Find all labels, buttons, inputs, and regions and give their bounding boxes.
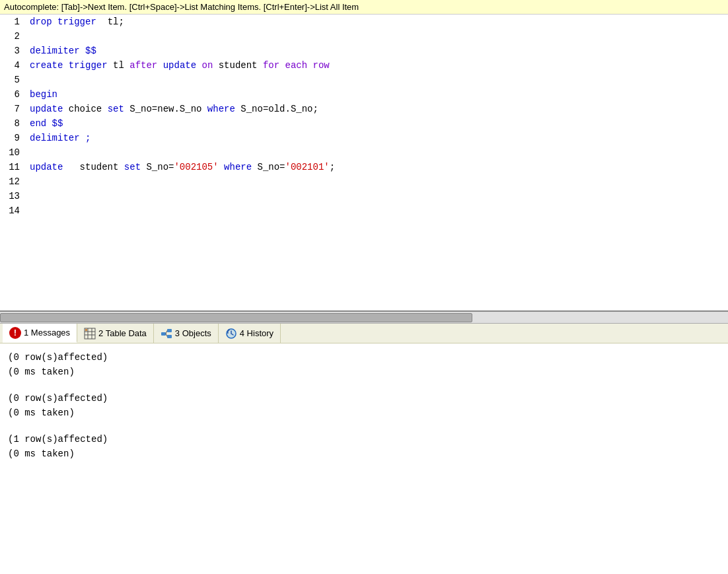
table-row: 9delimiter ;: [0, 131, 728, 145]
tab-table-data-label: 2 Table Data: [98, 328, 147, 338]
tab-table-data[interactable]: 2 Table Data: [77, 324, 154, 343]
message-block-3: (1 row(s)affected) (0 ms taken): [8, 432, 720, 461]
code-content: delimiter ;: [26, 131, 728, 145]
message-2-line1: (0 row(s)affected): [8, 391, 720, 406]
table-row: 2: [0, 29, 728, 44]
table-row: 8end $$: [0, 116, 728, 131]
message-3-line1: (1 row(s)affected): [8, 432, 720, 447]
table-row: 1drop trigger tl;: [0, 15, 728, 29]
table-data-icon: [84, 328, 96, 340]
tab-objects-label: 3 Objects: [175, 328, 211, 338]
error-icon: !: [9, 327, 21, 339]
line-number: 3: [0, 44, 26, 58]
code-content: [26, 203, 728, 218]
message-block-1: (0 row(s)affected) (0 ms taken): [8, 350, 720, 379]
table-row: 11update student set S_no='002105' where…: [0, 160, 728, 174]
svg-rect-5: [85, 329, 87, 331]
table-row: 7update choice set S_no=new.S_no where S…: [0, 102, 728, 116]
table-row: 5: [0, 73, 728, 87]
table-row: 12: [0, 174, 728, 189]
line-number: 10: [0, 145, 26, 160]
table-row: 6begin: [0, 87, 728, 102]
table-row: 3delimiter $$: [0, 44, 728, 58]
code-content: [26, 73, 728, 87]
svg-line-10: [166, 334, 167, 337]
line-number: 2: [0, 29, 26, 44]
table-row: 10: [0, 145, 728, 160]
svg-line-9: [166, 330, 167, 334]
svg-rect-8: [167, 335, 172, 338]
line-number: 4: [0, 58, 26, 73]
code-content: end $$: [26, 116, 728, 131]
line-number: 11: [0, 160, 26, 174]
line-number: 9: [0, 131, 26, 145]
tab-objects[interactable]: 3 Objects: [154, 324, 219, 343]
tab-history-label: 4 History: [240, 328, 273, 338]
messages-content: (0 row(s)affected) (0 ms taken) (0 row(s…: [0, 343, 728, 571]
horizontal-scrollbar[interactable]: [0, 312, 728, 324]
code-editor[interactable]: 1drop trigger tl;2 3delimiter $$4create …: [0, 15, 728, 312]
code-content: [26, 145, 728, 160]
tab-messages-label: 1 Messages: [24, 328, 70, 338]
message-1-line2: (0 ms taken): [8, 365, 720, 379]
code-content: delimiter $$: [26, 44, 728, 58]
objects-icon: [161, 328, 172, 340]
code-table: 1drop trigger tl;2 3delimiter $$4create …: [0, 15, 728, 218]
table-row: 14: [0, 203, 728, 218]
code-content: update student set S_no='002105' where S…: [26, 160, 728, 174]
message-block-2: (0 row(s)affected) (0 ms taken): [8, 391, 720, 420]
scrollbar-thumb[interactable]: [0, 313, 472, 322]
code-content: update choice set S_no=new.S_no where S_…: [26, 102, 728, 116]
line-number: 6: [0, 87, 26, 102]
line-number: 1: [0, 15, 26, 29]
code-content: [26, 189, 728, 203]
table-row: 4create trigger tl after update on stude…: [0, 58, 728, 73]
bottom-panel: ! 1 Messages 2 Table Data: [0, 324, 728, 571]
code-content: create trigger tl after update on studen…: [26, 58, 728, 73]
line-number: 8: [0, 116, 26, 131]
message-3-line2: (0 ms taken): [8, 447, 720, 461]
code-content: drop trigger tl;: [26, 15, 728, 29]
tab-history[interactable]: 4 History: [219, 324, 281, 343]
message-2-line2: (0 ms taken): [8, 406, 720, 420]
line-number: 7: [0, 102, 26, 116]
code-content: [26, 174, 728, 189]
svg-rect-6: [161, 332, 166, 336]
code-content: begin: [26, 87, 728, 102]
line-number: 14: [0, 203, 26, 218]
code-content: [26, 29, 728, 44]
tab-messages[interactable]: ! 1 Messages: [3, 324, 77, 343]
history-icon: [225, 328, 237, 340]
svg-rect-7: [167, 329, 172, 332]
message-1-line1: (0 row(s)affected): [8, 350, 720, 365]
line-number: 13: [0, 189, 26, 203]
tabs-bar: ! 1 Messages 2 Table Data: [0, 324, 728, 343]
table-row: 13: [0, 189, 728, 203]
autocomplete-bar: Autocomplete: [Tab]->Next Item. [Ctrl+Sp…: [0, 0, 728, 15]
line-number: 12: [0, 174, 26, 189]
line-number: 5: [0, 73, 26, 87]
